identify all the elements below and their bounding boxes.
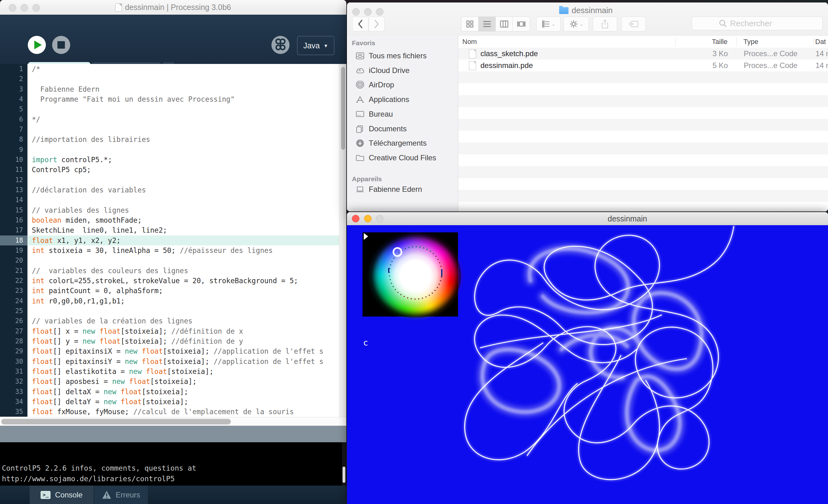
view-coverflow-button[interactable] bbox=[513, 17, 530, 31]
editor-vertical-scrollbar[interactable] bbox=[339, 64, 346, 417]
list-stripe bbox=[458, 72, 828, 83]
sketch-titlebar[interactable]: dessinmain bbox=[347, 212, 828, 225]
search-icon bbox=[719, 19, 727, 28]
forward-button[interactable] bbox=[368, 16, 385, 32]
sidebar-item-airdrop[interactable]: AirDrop bbox=[356, 79, 394, 91]
code-line[interactable]: 17SketchLine line0, line1, line2; bbox=[0, 225, 346, 235]
folder-icon bbox=[559, 7, 569, 14]
zoom-button[interactable] bbox=[33, 4, 40, 11]
documents-icon bbox=[356, 125, 364, 133]
search-input[interactable]: Rechercher bbox=[692, 16, 823, 30]
code-line[interactable]: 34float[] deltaY = new float[stoixeia]; bbox=[0, 397, 346, 407]
code-line[interactable]: 10import controlP5.*; bbox=[0, 155, 346, 165]
code-line[interactable]: 30float[] epitaxinsiY = new float[stoixe… bbox=[0, 356, 346, 367]
share-button[interactable] bbox=[593, 16, 617, 32]
code-line[interactable]: 4 Programme "Fait moi un dessin avec Pro… bbox=[0, 94, 346, 104]
code-editor[interactable]: 1/*23 Fabienne Edern4 Programme "Fait mo… bbox=[0, 64, 346, 417]
table-row[interactable]: class_sketch.pdeProces...e Code14 m3 Ko bbox=[458, 48, 828, 59]
column-date[interactable]: Dat bbox=[815, 36, 826, 48]
code-line[interactable]: 25 bbox=[0, 306, 346, 316]
column-nom[interactable]: Nom bbox=[462, 36, 477, 48]
sidebar-item-icloud-drive[interactable]: iCloud Drive bbox=[356, 64, 410, 77]
close-button[interactable] bbox=[9, 4, 16, 11]
scrollbar-thumb[interactable] bbox=[342, 467, 345, 483]
code-line[interactable]: 19int stoixeia = 30, lineAlpha = 50; //é… bbox=[0, 246, 346, 255]
code-line[interactable]: 15// variables des lignes bbox=[0, 205, 346, 215]
column-type[interactable]: Type bbox=[743, 36, 758, 48]
view-columns-button[interactable] bbox=[496, 17, 513, 31]
back-button[interactable] bbox=[352, 16, 368, 32]
console-scrollbar[interactable] bbox=[342, 442, 346, 486]
code-line[interactable]: 5 bbox=[0, 104, 346, 114]
code-line[interactable]: 16boolean miden, smoothFade; bbox=[0, 215, 346, 225]
line-number: 12 bbox=[0, 175, 28, 185]
close-button[interactable] bbox=[352, 8, 360, 15]
sidebar-item-documents[interactable]: Documents bbox=[356, 123, 407, 135]
finder-titlebar-toolbar[interactable]: dessinmain bbox=[347, 2, 828, 36]
code-line[interactable]: 29float[] epitaxinsiX = new float[stoixe… bbox=[0, 346, 346, 356]
zoom-button[interactable] bbox=[376, 215, 383, 222]
sidebar-item-fabienne-edern[interactable]: Fabienne Edern bbox=[356, 183, 422, 196]
sidebar-item-bureau[interactable]: Bureau bbox=[356, 108, 393, 120]
tab-erreurs[interactable]: Erreurs bbox=[94, 486, 148, 504]
code-line[interactable]: 31float[] elastikotita = new float[stoix… bbox=[0, 367, 346, 376]
code-line[interactable]: 35float fxMouse, fyMouse; //calcul de l'… bbox=[0, 407, 346, 417]
code-line[interactable]: 32float[] aposbesi = new float[stoixeia]… bbox=[0, 376, 346, 386]
sketch-canvas[interactable]: c bbox=[347, 225, 828, 504]
chevron-right-icon bbox=[373, 19, 380, 29]
sidebar-item-tous-mes-fichiers[interactable]: Tous mes fichiers bbox=[356, 50, 426, 62]
editor-horizontal-scrollbar[interactable] bbox=[0, 417, 346, 426]
line-number: 27 bbox=[0, 326, 28, 336]
code-line[interactable]: 13//déclaration des variables bbox=[0, 185, 346, 195]
close-button[interactable] bbox=[352, 215, 360, 222]
code-line[interactable]: 27float[] x = new float[stoixeia]; //déf… bbox=[0, 326, 346, 336]
line-number: 5 bbox=[0, 104, 28, 114]
arrange-button[interactable]: ⌄ bbox=[536, 16, 561, 32]
view-icons-button[interactable] bbox=[461, 17, 479, 31]
column-divider[interactable] bbox=[813, 37, 814, 46]
column-taille[interactable]: Taille bbox=[708, 36, 728, 48]
sidebar-item-creative-cloud-files[interactable]: Creative Cloud Files bbox=[356, 152, 436, 164]
code-line[interactable]: 2 bbox=[0, 74, 346, 84]
code-line[interactable]: 20 bbox=[0, 255, 346, 265]
run-button[interactable] bbox=[28, 36, 46, 54]
action-gear-button[interactable]: ⌄ bbox=[564, 16, 589, 32]
code-line[interactable]: 24int r0,g0,b0,r1,g1,b1; bbox=[0, 296, 346, 306]
scrollbar-thumb[interactable] bbox=[341, 67, 345, 150]
code-line[interactable]: 14 bbox=[0, 195, 346, 205]
ide-titlebar[interactable]: dessinmain | Processing 3.0b6 bbox=[0, 0, 346, 15]
code-line[interactable]: 33float[] deltaX = new float[stoixeia]; bbox=[0, 387, 346, 397]
view-list-button[interactable] bbox=[479, 17, 496, 31]
tags-button[interactable] bbox=[621, 16, 646, 32]
code-line[interactable]: 8//importation des librairies bbox=[0, 134, 346, 144]
table-row[interactable]: dessinmain.pdeProces...e Code14 m5 Ko bbox=[458, 59, 828, 72]
mode-dropdown[interactable]: Java ▼ bbox=[297, 36, 334, 55]
scrollbar-thumb[interactable] bbox=[1, 419, 231, 424]
stop-button[interactable] bbox=[52, 36, 70, 54]
sidebar-item-t-l-chargements[interactable]: Téléchargements bbox=[356, 137, 426, 150]
code-line[interactable]: 3 Fabienne Edern bbox=[0, 84, 346, 94]
tag-icon bbox=[629, 20, 638, 28]
minimize-button[interactable] bbox=[364, 8, 372, 15]
code-line[interactable]: 28float[] y = new float[stoixeia]; //déf… bbox=[0, 336, 346, 346]
minimize-button[interactable] bbox=[20, 4, 28, 11]
code-line[interactable]: 22int colorL=255,strokeL, strokeValue = … bbox=[0, 276, 346, 286]
tab-console[interactable]: >_ Console bbox=[30, 486, 94, 504]
code-line[interactable]: 12 bbox=[0, 175, 346, 185]
code-line[interactable]: 1/* bbox=[0, 64, 346, 74]
code-line[interactable]: 21// variables des couleurs des lignes bbox=[0, 266, 346, 276]
sidebar-item-applications[interactable]: Applications bbox=[356, 93, 409, 106]
code-line[interactable]: 9 bbox=[0, 145, 346, 155]
code-line[interactable]: 18float x1, y1, x2, y2; bbox=[0, 236, 346, 246]
column-divider[interactable] bbox=[737, 37, 737, 46]
debug-button[interactable] bbox=[272, 36, 290, 54]
column-divider[interactable] bbox=[675, 37, 676, 46]
zoom-button[interactable] bbox=[376, 8, 383, 15]
gear-icon bbox=[569, 19, 578, 28]
code-line[interactable]: 23int paintCount = 0, alphaSform; bbox=[0, 286, 346, 296]
code-line[interactable]: 11ControlP5 cp5; bbox=[0, 165, 346, 175]
code-line[interactable]: 26// variables de la création des lignes bbox=[0, 316, 346, 326]
code-line[interactable]: 7 bbox=[0, 124, 346, 134]
code-line[interactable]: 6*/ bbox=[0, 115, 346, 124]
minimize-button[interactable] bbox=[364, 215, 372, 222]
